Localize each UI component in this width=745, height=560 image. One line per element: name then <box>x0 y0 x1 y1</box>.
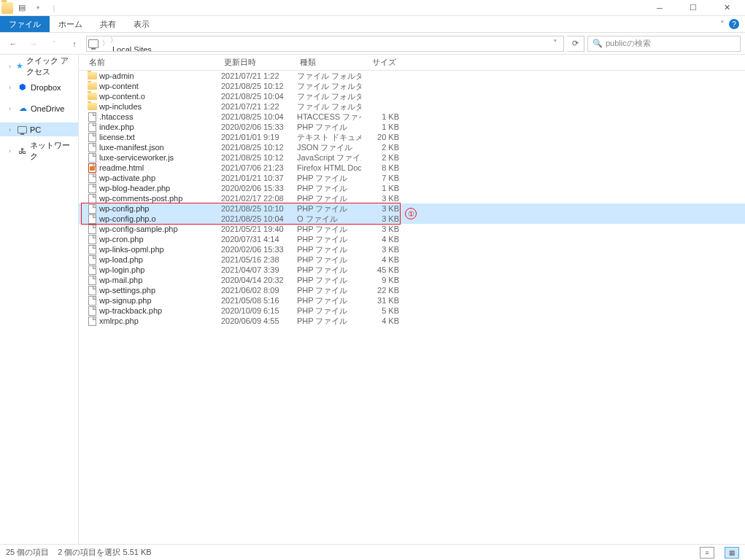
file-row[interactable]: wp-signup.php2021/05/08 5:16PHP ファイル31 K… <box>79 295 745 306</box>
file-row[interactable]: wp-blog-header.php2020/02/06 15:33PHP ファ… <box>79 183 745 193</box>
breadcrumb[interactable]: 〉 PC〉System Disk (C:)〉ユーザー〉▮▬▮〉Local Sit… <box>86 36 564 52</box>
file-icon <box>86 184 98 193</box>
file-size: 7 KB <box>361 174 399 182</box>
file-name: wp-settings.php <box>98 286 221 295</box>
maximize-button[interactable]: ☐ <box>676 0 710 16</box>
pc-icon <box>88 39 99 48</box>
col-name[interactable]: 名前 <box>86 57 221 68</box>
star-icon: ★ <box>16 61 23 71</box>
file-row[interactable]: luxe-serviceworker.js2021/08/25 10:12Jav… <box>79 152 745 163</box>
file-row[interactable]: wp-settings.php2021/06/02 8:09PHP ファイル22… <box>79 285 745 295</box>
file-type: 2021/08/25 10:12 <box>221 82 297 90</box>
dropbox-icon: ⬢ <box>18 82 28 93</box>
file-row[interactable]: wp-trackback.php2020/10/09 6:15PHP ファイル5… <box>79 306 745 316</box>
properties-icon[interactable]: ▤ <box>15 3 29 12</box>
nav-pc[interactable]: › PC <box>0 122 78 136</box>
minimize-button[interactable]: ─ <box>643 0 676 16</box>
file-type: 2021/08/25 10:04 <box>221 112 297 121</box>
details-view-button[interactable]: ≡ <box>700 547 714 559</box>
column-headers[interactable]: 名前 更新日時 種類 サイズ <box>79 55 745 71</box>
qat-dropdown-icon[interactable]: ▾ <box>31 4 45 11</box>
file-name: wp-signup.php <box>98 296 221 305</box>
file-name: wp-links-opml.php <box>98 245 221 254</box>
tab-home[interactable]: ホーム <box>50 16 91 32</box>
file-name: wp-includes <box>98 102 221 111</box>
file-type: 2020/06/09 4:55 <box>221 316 297 325</box>
file-row[interactable]: wp-includes2021/07/21 1:22ファイル フォルダー <box>79 101 745 112</box>
chevron-right-icon[interactable]: › <box>9 84 15 91</box>
chevron-right-icon[interactable]: 〉 <box>109 36 117 44</box>
file-icon <box>86 133 98 142</box>
breadcrumb-dropdown[interactable]: ˅ <box>549 39 562 48</box>
file-row[interactable]: wp-links-opml.php2020/02/06 15:33PHP ファイ… <box>79 244 745 254</box>
file-size: 3 KB <box>361 245 399 254</box>
file-size: 22 KB <box>361 286 399 295</box>
title-bar: ▤ ▾ | ─ ☐ ✕ <box>0 0 745 16</box>
file-name: .htaccess <box>98 112 221 121</box>
file-row[interactable]: wp-config.php.o2021/08/25 10:04O ファイル3 K… <box>79 214 745 224</box>
nav-network[interactable]: › 🖧 ネットワーク <box>0 144 78 158</box>
file-row[interactable]: wp-comments-post.php2021/02/17 22:08PHP … <box>79 193 745 203</box>
ribbon-collapse-icon[interactable]: ˅ <box>720 20 725 29</box>
nav-quick-access[interactable]: › ★ クイック アクセス <box>0 59 78 73</box>
file-size: 4 KB <box>361 255 399 264</box>
back-button[interactable]: ← <box>4 35 22 52</box>
file-row[interactable]: wp-config.php2021/08/25 10:10PHP ファイル3 K… <box>79 203 745 214</box>
file-row[interactable]: wp-load.php2021/05/16 2:38PHP ファイル4 KB <box>79 254 745 265</box>
refresh-button[interactable]: ⟳ <box>567 36 584 52</box>
icons-view-button[interactable]: ▦ <box>725 547 739 559</box>
file-size: 1 KB <box>361 122 399 131</box>
file-size: 2 KB <box>361 153 399 162</box>
tab-file[interactable]: ファイル <box>0 16 50 32</box>
file-row[interactable]: wp-content.o2021/08/25 10:04ファイル フォルダー <box>79 91 745 101</box>
file-row[interactable]: .htaccess2021/08/25 10:04HTACCESS ファイル1 … <box>79 112 745 122</box>
file-row[interactable]: license.txt2021/01/01 9:19テキスト ドキュメント20 … <box>79 132 745 142</box>
file-row[interactable]: wp-activate.php2021/01/21 10:37PHP ファイル7… <box>79 173 745 183</box>
col-date[interactable]: 更新日時 <box>221 57 297 68</box>
chevron-right-icon[interactable]: › <box>9 147 15 155</box>
file-row[interactable]: readme.html2021/07/06 21:23Firefox HTML … <box>79 163 745 173</box>
recent-dropdown[interactable]: ˅ <box>45 35 63 52</box>
file-type: 2021/05/16 2:38 <box>221 255 297 264</box>
file-type: 2021/07/06 21:23 <box>221 163 297 172</box>
file-name: xmlrpc.php <box>98 316 221 325</box>
up-button[interactable]: ↑ <box>66 35 83 52</box>
file-row[interactable]: wp-content2021/08/25 10:12ファイル フォルダー <box>79 81 745 91</box>
file-type: 2021/01/21 10:37 <box>221 174 297 182</box>
file-row[interactable]: wp-mail.php2020/04/14 20:32PHP ファイル9 KB <box>79 275 745 285</box>
file-row[interactable]: luxe-manifest.json2021/08/25 10:12JSON フ… <box>79 142 745 152</box>
search-icon: 🔍 <box>592 39 603 48</box>
close-button[interactable]: ✕ <box>710 0 744 16</box>
tab-share[interactable]: 共有 <box>91 16 125 32</box>
file-row[interactable]: wp-login.php2021/04/07 3:39PHP ファイル45 KB <box>79 265 745 275</box>
file-size: 3 KB <box>361 214 399 223</box>
folder-icon <box>86 82 98 90</box>
file-size: 1 KB <box>361 112 399 121</box>
help-icon[interactable]: ? <box>729 19 739 29</box>
chevron-right-icon[interactable]: 〉 <box>101 39 109 48</box>
forward-button[interactable]: → <box>25 35 42 52</box>
file-list[interactable]: 名前 更新日時 種類 サイズ wp-admin2021/07/21 1:22ファ… <box>79 55 745 544</box>
file-row[interactable]: wp-config-sample.php2021/05/21 19:40PHP … <box>79 224 745 234</box>
tab-view[interactable]: 表示 <box>125 16 158 32</box>
file-type: 2021/08/25 10:04 <box>221 214 297 223</box>
file-row[interactable]: wp-cron.php2020/07/31 4:14PHP ファイル4 KB <box>79 234 745 244</box>
folder-icon <box>86 103 98 110</box>
chevron-right-icon[interactable]: › <box>9 63 13 70</box>
file-row[interactable]: wp-admin2021/07/21 1:22ファイル フォルダー <box>79 71 745 81</box>
file-type: 2021/02/17 22:08 <box>221 194 297 203</box>
nav-label: クイック アクセス <box>26 55 75 77</box>
chevron-right-icon[interactable]: › <box>9 105 15 112</box>
col-size[interactable]: サイズ <box>361 57 399 68</box>
search-input[interactable]: 🔍 publicの検索 <box>587 36 741 52</box>
file-name: wp-blog-header.php <box>98 184 221 192</box>
col-type[interactable]: 種類 <box>297 57 361 68</box>
nav-onedrive[interactable]: › ☁ OneDrive <box>0 101 78 115</box>
nav-dropbox[interactable]: › ⬢ Dropbox <box>0 80 78 94</box>
file-row[interactable]: xmlrpc.php2020/06/09 4:55PHP ファイル4 KB <box>79 316 745 326</box>
chevron-right-icon[interactable]: › <box>9 126 15 133</box>
breadcrumb-segment[interactable]: Local Sites <box>109 45 176 52</box>
file-name: license.txt <box>98 133 221 141</box>
file-row[interactable]: index.php2020/02/06 15:33PHP ファイル1 KB <box>79 122 745 132</box>
folder-icon <box>1 2 13 14</box>
